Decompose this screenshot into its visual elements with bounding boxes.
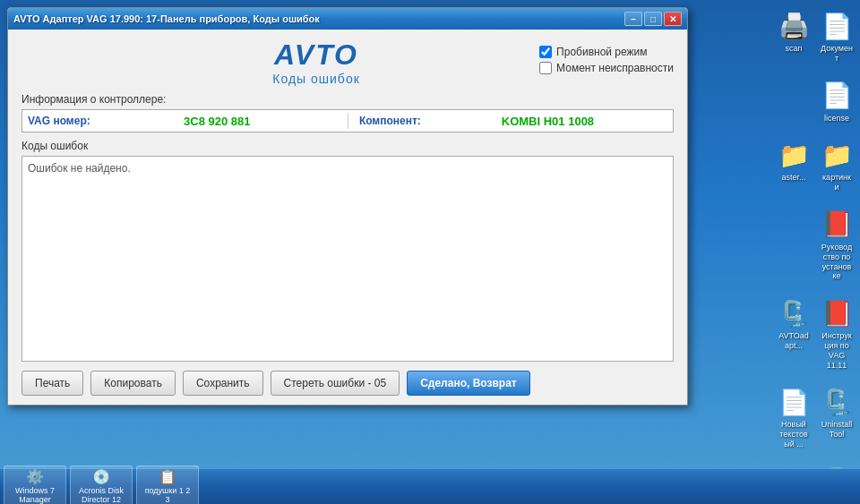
desktop-icon-manual[interactable]: 📕 Руководство по установке <box>818 206 856 284</box>
desktop-icon-instruction[interactable]: 📕 Инструкция по VAG 11.11 <box>818 295 856 372</box>
info-row: VAG номер: 3C8 920 881 Компонент: KOMBI … <box>22 109 674 132</box>
desktop-icon-pictures-label: картинки <box>821 173 853 192</box>
desktop-icon-instruction-label: Инструкция по VAG 11.11 <box>821 331 853 370</box>
taskbar-item-acronis[interactable]: 💿 Acronis DiskDirector 12 <box>70 466 133 504</box>
desktop: 🖨️ scan 📄 Документ 📄 license 📁 aster... <box>0 0 860 504</box>
brand-area: AVTO Коды ошибок <box>93 38 539 86</box>
desktop-icons-area: 🖨️ scan 📄 Документ 📄 license 📁 aster... <box>770 0 860 504</box>
probivnoy-checkbox-item: Пробивной режим <box>539 46 674 58</box>
desktop-icon-scan[interactable]: 🖨️ scan <box>775 7 813 66</box>
info-divider <box>348 113 348 129</box>
moment-checkbox-item: Момент неисправности <box>539 62 674 74</box>
errors-section-label: Коды ошибок <box>22 140 674 152</box>
errors-section: Коды ошибок Ошибок не найдено. <box>22 140 674 362</box>
brand-subtitle: Коды ошибок <box>93 72 539 86</box>
acronis-icon: 💿 <box>92 468 110 486</box>
taskbar: ⚙️ Windows 7Manager 💿 Acronis DiskDirect… <box>0 468 860 504</box>
checkboxes-area: Пробивной режим Момент неисправности <box>539 38 674 74</box>
app-window: AVTO Адаптер VAG 17.990: 17-Панель прибо… <box>7 7 688 406</box>
desktop-icon-uninstall[interactable]: 🗜️ Uninstall Tool <box>818 383 856 451</box>
desktop-icon-avtoadapt-label: AVTOadapt... <box>778 331 810 351</box>
brand-title: AVTO <box>93 38 539 72</box>
desktop-icon-license[interactable]: 📄 license <box>818 77 856 126</box>
maximize-button[interactable]: □ <box>644 12 662 26</box>
title-bar: AVTO Адаптер VAG 17.990: 17-Панель прибо… <box>8 8 687 30</box>
desktop-icon-master[interactable]: 📁 aster... <box>775 136 813 195</box>
moment-label: Момент неисправности <box>556 62 674 74</box>
errors-content: Ошибок не найдено. <box>28 162 667 175</box>
desktop-icon-document-label: Документ <box>821 44 853 64</box>
window-title: AVTO Адаптер VAG 17.990: 17-Панель прибо… <box>13 13 320 24</box>
component-label: Компонент: <box>359 115 421 127</box>
desktop-icon-uninstall-label: Uninstall Tool <box>821 420 853 440</box>
buttons-area: Печать Копировать Сохранить Стереть ошиб… <box>22 371 674 396</box>
probivnoy-checkbox[interactable] <box>539 46 552 58</box>
vag-label: VAG номер: <box>28 115 90 127</box>
done-return-button[interactable]: Сделано, Возврат <box>407 371 530 396</box>
save-button[interactable]: Сохранить <box>183 371 263 396</box>
clear-errors-button[interactable]: Стереть ошибки - 05 <box>271 371 400 396</box>
probivnoy-label: Пробивной режим <box>556 46 647 58</box>
errors-box[interactable]: Ошибок не найдено. <box>22 156 674 362</box>
copy-button[interactable]: Копировать <box>90 371 176 396</box>
taskbar-item-win7manager[interactable]: ⚙️ Windows 7Manager <box>4 466 66 504</box>
taskbar-item-podushki[interactable]: 📋 подушки 1 23 <box>136 466 199 504</box>
desktop-icon-license-label: license <box>824 114 849 124</box>
info-section: Информация о контроллере: VAG номер: 3C8… <box>22 93 674 132</box>
title-bar-controls: – □ ✕ <box>624 12 682 26</box>
window-content: AVTO Коды ошибок Пробивной режим Момент … <box>8 30 687 405</box>
desktop-icon-newdoc-label: Новый текстовый ... <box>778 420 810 448</box>
taskbar-item-acronis-label: Acronis DiskDirector 12 <box>79 487 124 504</box>
taskbar-items: ⚙️ Windows 7Manager 💿 Acronis DiskDirect… <box>0 466 202 504</box>
desktop-icon-master-label: aster... <box>781 173 805 183</box>
desktop-icon-avtoadapt[interactable]: 🗜️ AVTOadapt... <box>775 295 813 372</box>
desktop-icon-manual-label: Руководство по установке <box>821 243 853 281</box>
print-button[interactable]: Печать <box>22 371 83 396</box>
desktop-icon-pictures[interactable]: 📁 картинки <box>818 136 856 195</box>
taskbar-item-podushki-label: подушки 1 23 <box>145 487 191 504</box>
desktop-icon-newdoc[interactable]: 📄 Новый текстовый ... <box>775 383 813 451</box>
minimize-button[interactable]: – <box>624 12 642 26</box>
header-area: AVTO Коды ошибок Пробивной режим Момент … <box>22 38 674 86</box>
desktop-icon-scan-label: scan <box>785 44 802 54</box>
info-section-label: Информация о контроллере: <box>22 93 674 106</box>
taskbar-item-win7manager-label: Windows 7Manager <box>15 487 55 504</box>
component-value: KOMBI H01 1008 <box>428 115 667 128</box>
podushki-icon: 📋 <box>159 468 176 486</box>
moment-checkbox[interactable] <box>539 62 552 74</box>
close-button[interactable]: ✕ <box>664 12 682 26</box>
vag-value: 3C8 920 881 <box>98 115 337 128</box>
desktop-icon-document[interactable]: 📄 Документ <box>818 7 856 66</box>
win7manager-icon: ⚙️ <box>26 468 44 486</box>
